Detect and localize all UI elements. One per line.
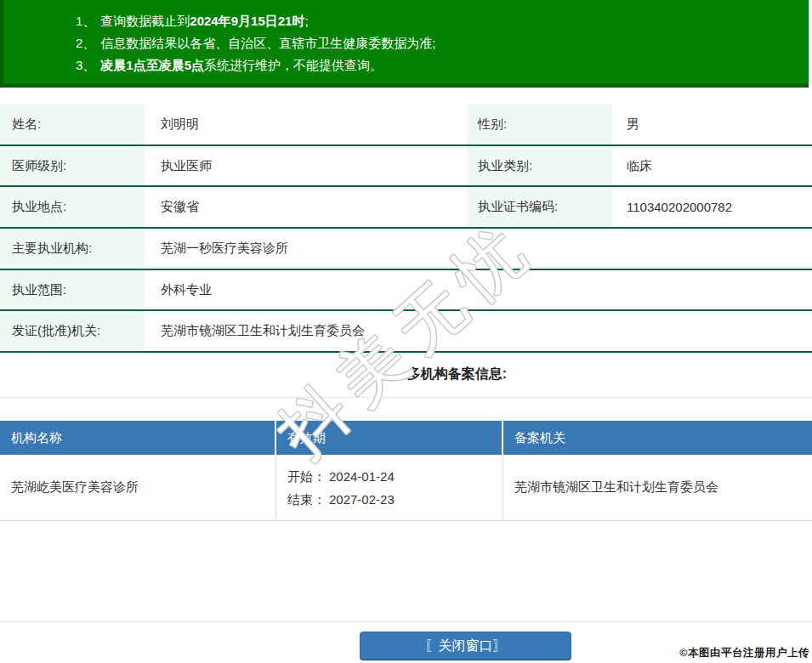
close-window-button[interactable]: 〖关闭窗口〗 bbox=[360, 632, 571, 660]
section-title: 多机构备案信息: bbox=[407, 366, 507, 381]
info-row-location-certificate: 执业地点: 安徽省 执业证书编码: 110340202000782 bbox=[0, 187, 812, 229]
notice-box: 1、查询数据截止到2024年9月15日21时; 2、信息数据结果以各省、自治区、… bbox=[0, 0, 809, 88]
field-label-practice-location: 执业地点: bbox=[0, 187, 145, 227]
info-row-practice-scope: 执业范围: 外科专业 bbox=[0, 270, 812, 312]
field-value-name: 刘明明 bbox=[146, 105, 467, 144]
notice-text: 信息数据结果以各省、自治区、直辖市卫生健康委数据为准; bbox=[100, 36, 435, 50]
info-row-issuing-authority: 发证(批准)机关: 芜湖市镜湖区卫生和计划生育委员会 bbox=[0, 311, 812, 353]
field-label-gender: 性别: bbox=[467, 105, 612, 144]
field-value-doctor-level: 执业医师 bbox=[146, 146, 467, 186]
info-row-main-institution: 主要执业机构: 芜湖一秒医疗美容诊所 bbox=[0, 229, 812, 270]
field-value-practice-scope: 外科专业 bbox=[146, 270, 812, 310]
notice-text-bold: 凌晨1点至凌晨5点 bbox=[100, 58, 204, 72]
filing-table: 机构名称 有效期 备案机关 芜湖屹美医疗美容诊所 开始：2024-01-24 结… bbox=[0, 421, 812, 521]
start-label: 开始： bbox=[287, 469, 326, 484]
field-label-certificate-number: 执业证书编码: bbox=[467, 187, 612, 227]
info-row-level-category: 医师级别: 执业医师 执业类别: 临床 bbox=[0, 146, 812, 188]
field-label-practice-category: 执业类别: bbox=[467, 146, 612, 186]
org-name-cell: 芜湖屹美医疗美容诊所 bbox=[0, 455, 276, 520]
column-header-org-name: 机构名称 bbox=[0, 421, 276, 455]
field-label-doctor-level: 医师级别: bbox=[0, 146, 145, 186]
field-value-practice-location: 安徽省 bbox=[146, 187, 467, 227]
field-value-issuing-authority: 芜湖市镜湖区卫生和计划生育委员会 bbox=[146, 311, 812, 351]
field-value-gender: 男 bbox=[612, 105, 812, 144]
field-label-name: 姓名: bbox=[0, 105, 145, 144]
info-row-name-gender: 姓名: 刘明明 性别: 男 bbox=[0, 105, 812, 146]
table-row: 芜湖屹美医疗美容诊所 开始：2024-01-24 结束：2027-02-23 芜… bbox=[0, 455, 812, 521]
notice-text: 系统进行维护，不能提供查询。 bbox=[204, 58, 383, 72]
notice-line-1: 1、查询数据截止到2024年9月15日21时; bbox=[76, 10, 809, 32]
notice-text-bold: 2024年9月15日21时 bbox=[190, 14, 304, 28]
filing-table-header: 机构名称 有效期 备案机关 bbox=[0, 421, 812, 455]
notice-number: 2、 bbox=[76, 36, 95, 50]
notice-line-3: 3、凌晨1点至凌晨5点系统进行维护，不能提供查询。 bbox=[76, 54, 809, 76]
column-header-validity: 有效期 bbox=[276, 421, 503, 455]
column-header-filing-authority: 备案机关 bbox=[503, 421, 812, 455]
field-value-certificate-number: 110340202000782 bbox=[612, 187, 812, 227]
notice-text: ; bbox=[304, 14, 308, 28]
field-label-issuing-authority: 发证(批准)机关: bbox=[0, 311, 145, 351]
validity-end: 结束：2027-02-23 bbox=[287, 488, 395, 511]
notice-number: 3、 bbox=[76, 58, 95, 72]
notice-text: 查询数据截止到 bbox=[100, 14, 190, 28]
validity-cell: 开始：2024-01-24 结束：2027-02-23 bbox=[276, 455, 503, 520]
field-value-main-institution: 芜湖一秒医疗美容诊所 bbox=[146, 229, 812, 269]
notice-line-2: 2、信息数据结果以各省、自治区、直辖市卫生健康委数据为准; bbox=[76, 32, 809, 54]
field-label-main-institution: 主要执业机构: bbox=[0, 229, 145, 269]
validity-start: 开始：2024-01-24 bbox=[287, 465, 395, 488]
filing-authority-cell: 芜湖市镜湖区卫生和计划生育委员会 bbox=[503, 455, 812, 520]
start-date: 2024-01-24 bbox=[329, 469, 395, 484]
notice-number: 1、 bbox=[76, 14, 95, 28]
multi-institution-section: 多机构备案信息: bbox=[0, 353, 812, 398]
end-date: 2027-02-23 bbox=[329, 492, 395, 507]
platform-credit-text: ©本图由平台注册用户上传 bbox=[679, 646, 809, 660]
footer-divider bbox=[0, 621, 812, 622]
practitioner-info-table: 姓名: 刘明明 性别: 男 医师级别: 执业医师 执业类别: 临床 执业地点: … bbox=[0, 105, 812, 353]
end-label: 结束： bbox=[287, 492, 326, 507]
field-value-practice-category: 临床 bbox=[612, 146, 812, 186]
field-label-practice-scope: 执业范围: bbox=[0, 270, 145, 310]
